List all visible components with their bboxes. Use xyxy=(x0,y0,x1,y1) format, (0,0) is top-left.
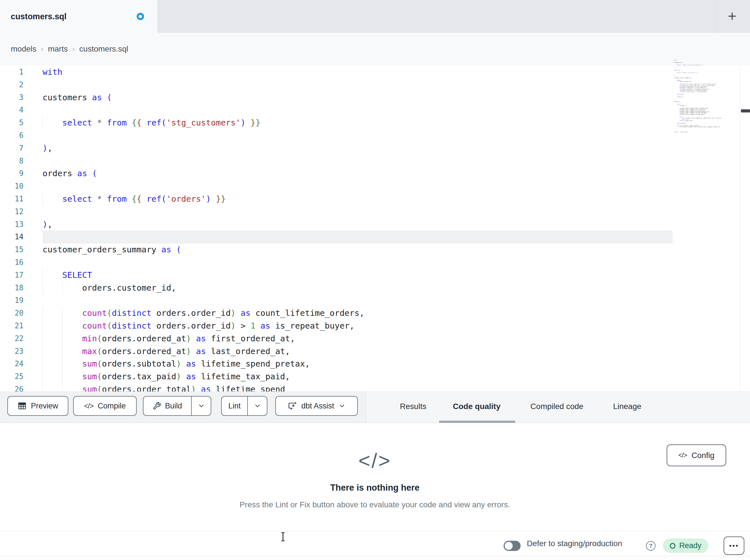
code-line[interactable]: 2 xyxy=(0,79,750,91)
unsaved-changes-dot-icon xyxy=(137,13,144,20)
line-number: 2 xyxy=(0,79,23,91)
compile-button[interactable]: </> Compile xyxy=(73,396,137,416)
code-line[interactable]: 25 sum(orders.tax_paid) as lifetime_tax_… xyxy=(0,370,750,383)
line-number: 18 xyxy=(0,282,23,294)
code-line-content: orders as ( xyxy=(42,167,750,180)
compile-button-label: Compile xyxy=(98,402,126,411)
tab-compiled-code[interactable]: Compiled code xyxy=(531,392,584,421)
code-line[interactable]: 9orders as ( xyxy=(0,167,750,180)
editor-tab-customers-sql[interactable]: customers.sql xyxy=(0,0,157,33)
minimap[interactable]: withcustomers as ( select * from {{ ref(… xyxy=(674,60,739,229)
code-line-content: count(distinct orders.order_id) > 1 as i… xyxy=(42,319,750,332)
chevron-down-icon xyxy=(338,402,346,410)
code-line[interactable]: 18 orders.customer_id, xyxy=(0,282,750,294)
breadcrumb-separator-icon: › xyxy=(41,45,43,54)
tab-bar: customers.sql + xyxy=(0,0,750,33)
lint-dropdown-button[interactable] xyxy=(248,402,267,410)
line-number: 22 xyxy=(0,332,23,345)
line-number: 6 xyxy=(0,129,23,142)
code-line[interactable]: 13), xyxy=(0,218,750,231)
empty-state-subtitle: Press the Lint or Fix button above to ev… xyxy=(240,500,510,509)
tab-lineage[interactable]: Lineage xyxy=(613,392,642,421)
chevron-down-icon xyxy=(254,402,261,410)
code-editor[interactable]: 1with23customers as (45 select * from {{… xyxy=(0,65,750,392)
code-line[interactable]: 14 xyxy=(0,231,750,243)
assist-chat-sparkle-icon xyxy=(288,401,297,411)
code-line-content: sum(orders.tax_paid) as lifetime_tax_pai… xyxy=(42,370,750,383)
code-line[interactable]: 11 select * from {{ ref('orders') }} xyxy=(0,193,750,205)
code-line[interactable]: 7), xyxy=(0,142,750,155)
code-line-content: ), xyxy=(42,218,750,231)
line-number: 24 xyxy=(0,357,23,370)
new-tab-button[interactable]: + xyxy=(722,4,743,28)
ready-circle-icon xyxy=(670,543,675,549)
code-line[interactable]: 8 xyxy=(0,155,750,167)
code-line[interactable]: 10 xyxy=(0,180,750,193)
dbt-assist-label: dbt Assist xyxy=(301,402,334,411)
code-line[interactable]: 12 xyxy=(0,205,750,218)
help-icon[interactable]: ? xyxy=(646,541,656,551)
bottom-strip xyxy=(0,556,750,560)
line-number: 13 xyxy=(0,218,23,231)
more-options-button[interactable]: ••• xyxy=(724,537,744,555)
line-number: 23 xyxy=(0,345,23,358)
config-button[interactable]: </> Config xyxy=(667,444,726,466)
tab-code-quality[interactable]: Code quality xyxy=(453,392,500,421)
line-number: 11 xyxy=(0,193,23,205)
config-button-label: Config xyxy=(692,451,714,460)
line-number: 26 xyxy=(0,383,23,392)
defer-label: Defer to staging/production xyxy=(527,531,622,556)
preview-button-label: Preview xyxy=(31,402,58,411)
breadcrumb: models›marts›customers.sql xyxy=(11,33,128,65)
text-cursor-icon xyxy=(279,532,287,542)
dbt-assist-button[interactable]: dbt Assist xyxy=(275,396,358,416)
wrench-icon xyxy=(153,402,161,410)
preview-button[interactable]: Preview xyxy=(7,396,68,416)
code-line-content: sum(orders.subtotal) as lifetime_spend_p… xyxy=(42,357,750,370)
status-bar xyxy=(0,531,750,556)
code-line[interactable]: 21 count(distinct orders.order_id) > 1 a… xyxy=(0,319,750,332)
line-number: 4 xyxy=(0,104,23,117)
code-empty-icon: </> xyxy=(358,449,391,472)
tab-results[interactable]: Results xyxy=(400,392,426,421)
code-line[interactable]: 15customer_orders_summary as ( xyxy=(0,243,750,256)
line-number: 5 xyxy=(0,117,23,129)
code-line-content: with xyxy=(42,66,750,79)
code-line[interactable]: 16 xyxy=(0,256,750,269)
scrollbar-thumb[interactable] xyxy=(741,109,750,112)
code-line[interactable]: 3customers as ( xyxy=(0,91,750,104)
code-line[interactable]: 5 select * from {{ ref('stg_customers') … xyxy=(0,117,750,129)
code-line[interactable]: 17 SELECT xyxy=(0,269,750,282)
line-number: 15 xyxy=(0,243,23,256)
breadcrumb-bar: models›marts›customers.sql Save xyxy=(0,33,750,65)
code-line[interactable]: 19 xyxy=(0,294,750,307)
editor-scrollbar[interactable] xyxy=(740,65,750,392)
line-number: 10 xyxy=(0,180,23,193)
code-line[interactable]: 4 xyxy=(0,104,750,117)
defer-toggle[interactable] xyxy=(504,541,520,551)
breadcrumb-separator-icon: › xyxy=(72,45,75,54)
code-line[interactable]: 1with xyxy=(0,66,750,79)
build-button[interactable]: Build xyxy=(143,402,191,411)
build-split-button: Build xyxy=(143,396,211,416)
build-button-label: Build xyxy=(165,402,182,411)
code-line[interactable]: 26 sum(orders.order_total) as lifetime_s… xyxy=(0,383,750,392)
code-line[interactable]: 22 min(orders.ordered_at) as first_order… xyxy=(0,332,750,345)
build-dropdown-button[interactable] xyxy=(192,402,211,410)
breadcrumb-item: customers.sql xyxy=(79,44,129,54)
code-line[interactable]: 23 max(orders.ordered_at) as last_ordere… xyxy=(0,345,750,358)
status-badge-label: Ready xyxy=(679,541,701,550)
code-line-content: count(distinct orders.order_id) as count… xyxy=(42,307,750,319)
breadcrumb-item: marts xyxy=(48,44,68,54)
lint-button[interactable]: Lint xyxy=(222,402,247,411)
code-line[interactable]: 6 xyxy=(0,129,750,142)
line-number: 3 xyxy=(0,91,23,104)
code-line[interactable]: 20 count(distinct orders.order_id) as co… xyxy=(0,307,750,319)
chevron-down-icon xyxy=(198,402,205,410)
tab-bar-divider xyxy=(716,0,716,33)
code-line[interactable]: 24 sum(orders.subtotal) as lifetime_spen… xyxy=(0,357,750,370)
line-number: 7 xyxy=(0,142,23,155)
breadcrumb-item: models xyxy=(11,44,36,54)
table-icon xyxy=(18,401,27,411)
line-number: 17 xyxy=(0,269,23,282)
